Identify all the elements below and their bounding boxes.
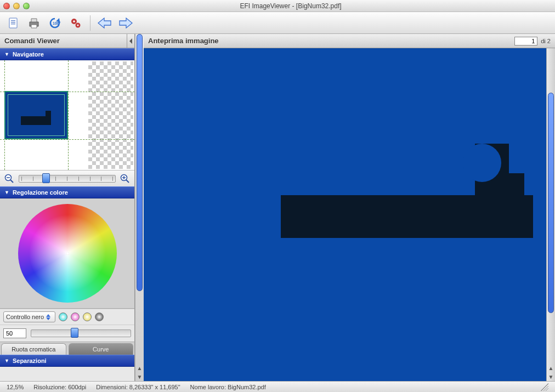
- sidebar-scrollbar[interactable]: ▲ ▼: [135, 34, 144, 381]
- value-row: [0, 325, 134, 342]
- swatch-cyan[interactable]: [59, 313, 67, 321]
- printer-icon: [27, 16, 41, 30]
- color-wheel-panel: [0, 198, 134, 309]
- triangle-down-icon: ▼: [4, 190, 9, 195]
- titlebar: EFI ImageViewer - [BigNum32.pdf]: [0, 0, 555, 12]
- separations-label: Separazioni: [13, 357, 47, 364]
- scroll-down-icon[interactable]: ▼: [547, 372, 555, 381]
- color-adjust-header[interactable]: ▼ Regolazione colore: [0, 186, 134, 198]
- scroll-up-icon[interactable]: ▲: [135, 363, 144, 372]
- preview-pane: Anteprima immagine di 2 ▲ ▼: [144, 34, 555, 381]
- page-number-input[interactable]: [514, 37, 537, 46]
- scroll-up-icon[interactable]: ▲: [547, 363, 555, 372]
- svg-rect-0: [9, 18, 17, 28]
- preview-canvas[interactable]: [144, 48, 546, 381]
- navigator-label: Navigatore: [13, 51, 44, 58]
- stepper-icon: [46, 313, 53, 321]
- minimize-window-button[interactable]: [13, 3, 20, 9]
- print-button[interactable]: [25, 14, 43, 32]
- sidebar-title: Comandi Viewer: [0, 34, 127, 48]
- shape-part: [486, 173, 524, 195]
- thumbnail-shape: [21, 116, 51, 125]
- svg-rect-3: [11, 24, 15, 24]
- resize-handle[interactable]: [541, 383, 548, 391]
- value-slider-thumb[interactable]: [71, 328, 78, 338]
- sidebar-scroll-thumb[interactable]: [137, 34, 143, 291]
- file-open-button[interactable]: [4, 14, 22, 32]
- status-bar: 12,5% Risoluzione: 600dpi Dimensioni: 8,…: [0, 381, 555, 392]
- zoom-in-button[interactable]: [119, 173, 131, 185]
- preview-title: Anteprima immagine: [148, 37, 219, 45]
- toolbar-separator: [90, 15, 90, 31]
- status-dimensions: Dimensioni: 8,26333" x 11,695": [96, 384, 180, 390]
- control-mode-label: Controllo nero: [6, 314, 44, 320]
- zoom-in-icon: [120, 174, 130, 184]
- navigator-header[interactable]: ▼ Navigatore: [0, 48, 134, 60]
- swatch-black[interactable]: [95, 313, 104, 321]
- color-wheel[interactable]: [18, 204, 117, 303]
- page-of-label: di 2: [541, 38, 551, 44]
- prev-page-button[interactable]: [96, 14, 114, 32]
- status-resolution: Risoluzione: 600dpi: [33, 384, 86, 390]
- document-icon: [7, 16, 20, 30]
- color-control-row: Controllo nero: [0, 309, 134, 325]
- close-window-button[interactable]: [3, 3, 10, 9]
- status-jobname: Nome lavoro: BigNum32.pdf: [190, 384, 266, 390]
- zoom-window-button[interactable]: [23, 3, 30, 9]
- arrow-right-icon: [118, 18, 133, 29]
- shape-part: [281, 195, 533, 238]
- guide-h: [0, 139, 134, 140]
- sidebar: Comandi Viewer ▼ Navigatore: [0, 34, 135, 381]
- zoom-slider[interactable]: [19, 175, 116, 183]
- scroll-down-icon[interactable]: ▼: [135, 372, 144, 381]
- tab-color-wheel[interactable]: Ruota cromatica: [1, 343, 66, 355]
- next-page-button[interactable]: [117, 14, 134, 32]
- color-tabs: Ruota cromatica Curve: [0, 342, 134, 355]
- zoom-slider-thumb[interactable]: [42, 173, 50, 183]
- navigator-viewport[interactable]: [4, 91, 68, 139]
- svg-line-10: [10, 180, 13, 183]
- value-slider[interactable]: [31, 329, 131, 337]
- arrow-left-icon: [98, 18, 112, 29]
- zoom-out-icon: [4, 174, 14, 184]
- preview-header: Anteprima immagine di 2: [144, 34, 555, 48]
- zoom-controls: [0, 170, 134, 186]
- triangle-down-icon: ▼: [4, 358, 9, 363]
- toolbar: 100°: [0, 12, 555, 34]
- swatch-yellow[interactable]: [83, 313, 92, 321]
- window-title: EFI ImageViewer - [BigNum32.pdf]: [30, 2, 552, 10]
- zoom-out-button[interactable]: [3, 173, 15, 185]
- svg-rect-2: [11, 22, 15, 22]
- swatch-magenta[interactable]: [71, 313, 80, 321]
- refresh-icon: 100°: [48, 16, 61, 30]
- svg-point-8: [77, 24, 79, 26]
- control-mode-select[interactable]: Controllo nero: [3, 311, 55, 322]
- value-input[interactable]: [3, 328, 26, 338]
- refresh-button[interactable]: 100°: [46, 14, 64, 32]
- checker-bg: [88, 61, 133, 169]
- color-wheel-cursor[interactable]: [66, 252, 69, 255]
- svg-text:100°: 100°: [53, 21, 61, 25]
- sidebar-collapse-button[interactable]: [127, 34, 134, 48]
- separations-header[interactable]: ▼ Separazioni: [0, 355, 134, 367]
- svg-point-6: [73, 20, 75, 22]
- status-zoom: 12,5%: [7, 384, 24, 390]
- color-adjust-label: Regolazione colore: [13, 189, 68, 196]
- svg-line-13: [126, 180, 129, 183]
- triangle-down-icon: ▼: [4, 52, 9, 57]
- guide-v: [68, 60, 69, 170]
- navigator-thumbnail[interactable]: [0, 60, 134, 170]
- navigator-panel: [0, 60, 134, 170]
- settings-button[interactable]: [67, 14, 84, 32]
- preview-scroll-thumb[interactable]: [548, 93, 554, 314]
- gears-icon: [69, 16, 82, 30]
- shape-part: [509, 195, 524, 238]
- svg-rect-1: [11, 20, 15, 21]
- tab-curves[interactable]: Curve: [69, 343, 134, 355]
- preview-scrollbar[interactable]: ▲ ▼: [546, 48, 555, 381]
- chevron-left-icon: [129, 38, 133, 44]
